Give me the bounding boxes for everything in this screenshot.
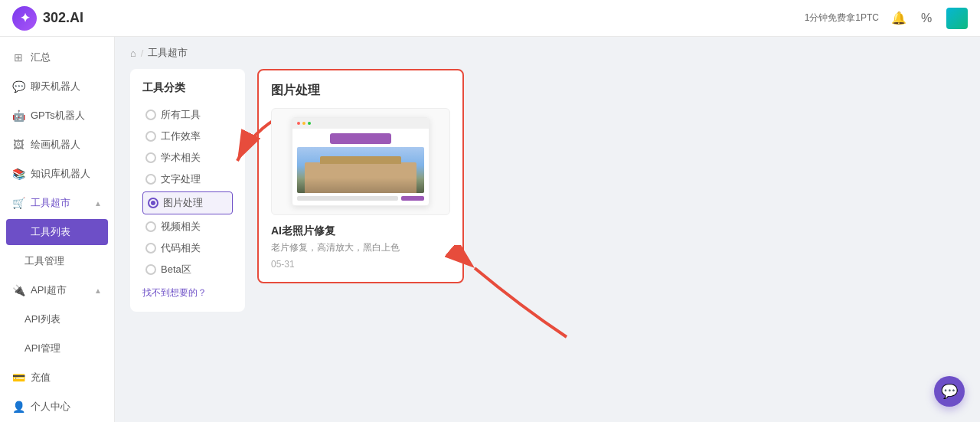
dashboard-icon: ⊞ (12, 51, 24, 64)
chevron-down-icon: ▲ (94, 286, 102, 295)
draw-icon: 🖼 (12, 139, 24, 151)
tool-market-left: 🛒 工具超市 (12, 196, 70, 210)
sidebar-item-api-manage[interactable]: API管理 (0, 334, 114, 363)
user-avatar[interactable] (946, 8, 968, 29)
arrow-to-card (444, 245, 582, 345)
radio-beta (145, 264, 156, 275)
category-item-all[interactable]: 所有工具 (142, 104, 233, 126)
header: ✦ 302.AI 1分钟免费拿1PTC 🔔 % (0, 0, 980, 37)
tool-card-title: 图片处理 (271, 83, 450, 99)
mockup-body (292, 129, 429, 205)
tool-description: 老片修复，高清放大，黑白上色 (271, 241, 450, 254)
chevron-up-icon: ▲ (94, 199, 102, 208)
api-market-submenu: API列表 API管理 (0, 305, 114, 363)
logo: ✦ 302.AI (12, 6, 83, 31)
tool-date: 05-31 (271, 259, 450, 270)
user-icon: 👤 (12, 401, 24, 413)
logo-icon: ✦ (12, 6, 37, 31)
gpts-icon: 🤖 (12, 110, 24, 122)
sidebar-item-tool-manage[interactable]: 工具管理 (0, 247, 114, 276)
category-item-text[interactable]: 文字处理 (142, 168, 233, 190)
main-layout: ⊞ 汇总 💬 聊天机器人 🤖 GPTs机器人 🖼 绘画机器人 📚 知识库机器人 … (0, 37, 980, 422)
mockup-container (292, 117, 430, 206)
tool-market-icon: 🛒 (12, 197, 24, 209)
radio-text (145, 174, 156, 185)
tool-card-image-processing[interactable]: 图片处理 (257, 69, 464, 283)
category-item-video[interactable]: 视频相关 (142, 216, 233, 237)
sidebar-item-knowledge-bot[interactable]: 📚 知识库机器人 (0, 159, 114, 188)
mockup-upload-button (330, 133, 391, 144)
radio-productivity (145, 131, 156, 142)
sidebar-item-api-market[interactable]: 🔌 API超市 ▲ (0, 276, 114, 305)
mockup-dot-green (308, 122, 311, 125)
radio-video (145, 221, 156, 232)
tool-card-preview (271, 108, 450, 215)
mockup-dot-red (297, 122, 300, 125)
category-item-beta[interactable]: Beta区 (142, 259, 233, 280)
chat-fab-button[interactable]: 💬 (934, 376, 965, 407)
notification-icon[interactable]: 🔔 (891, 11, 906, 26)
mockup-building (305, 162, 416, 193)
mockup-bar-2 (401, 196, 424, 201)
radio-all (145, 110, 156, 120)
category-item-productivity[interactable]: 工作效率 (142, 126, 233, 147)
api-market-left: 🔌 API超市 (12, 283, 67, 297)
sidebar-item-user-center[interactable]: 👤 个人中心 (0, 392, 114, 421)
promo-text: 1分钟免费拿1PTC (805, 11, 879, 25)
mockup-dot-yellow (302, 122, 305, 125)
category-item-code[interactable]: 代码相关 (142, 237, 233, 259)
content-area: ⌂ / 工具超市 工具分类 所有工具 工作效率 (115, 37, 980, 422)
tool-name: AI老照片修复 (271, 224, 450, 238)
mockup-top-bar (292, 118, 429, 129)
sidebar-item-api-list[interactable]: API列表 (0, 305, 114, 334)
chat-fab-icon: 💬 (941, 383, 958, 400)
mockup-image-preview (297, 147, 424, 193)
category-title: 工具分类 (142, 81, 233, 95)
sidebar-item-draw-bot[interactable]: 🖼 绘画机器人 (0, 130, 114, 159)
category-item-image[interactable]: 图片处理 (142, 191, 233, 214)
sidebar-item-chat-bot[interactable]: 💬 聊天机器人 (0, 72, 114, 101)
recharge-icon: 💳 (12, 371, 24, 384)
radio-image (148, 198, 158, 208)
api-icon: 🔌 (12, 284, 24, 296)
category-item-academic[interactable]: 学术相关 (142, 147, 233, 168)
mockup-bar-1 (297, 196, 398, 201)
sidebar-item-gpts-bot[interactable]: 🤖 GPTs机器人 (0, 101, 114, 130)
sidebar-item-recharge[interactable]: 💳 充值 (0, 363, 114, 392)
breadcrumb: ⌂ / 工具超市 (115, 37, 980, 69)
settings-icon[interactable]: % (919, 11, 934, 26)
breadcrumb-home-icon[interactable]: ⌂ (130, 47, 136, 59)
tool-area: 工具分类 所有工具 工作效率 学术相关 (115, 69, 980, 327)
tool-market-submenu: 工具列表 工具管理 (0, 219, 114, 276)
breadcrumb-current: 工具超市 (148, 46, 188, 60)
sidebar-item-tool-market[interactable]: 🛒 工具超市 ▲ (0, 188, 114, 218)
sidebar-item-dashboard[interactable]: ⊞ 汇总 (0, 43, 114, 72)
breadcrumb-separator: / (141, 47, 144, 59)
knowledge-icon: 📚 (12, 168, 24, 180)
radio-code (145, 243, 156, 254)
mockup-bottom-row (297, 196, 424, 201)
sidebar-item-tool-list[interactable]: 工具列表 (6, 219, 108, 245)
category-panel: 工具分类 所有工具 工作效率 学术相关 (130, 69, 245, 312)
tool-section: 图片处理 (257, 69, 965, 312)
logo-text: 302.AI (43, 10, 83, 26)
radio-academic (145, 152, 156, 163)
chat-icon: 💬 (12, 80, 24, 93)
header-right: 1分钟免费拿1PTC 🔔 % (805, 8, 968, 29)
sidebar: ⊞ 汇总 💬 聊天机器人 🤖 GPTs机器人 🖼 绘画机器人 📚 知识库机器人 … (0, 37, 115, 422)
find-link[interactable]: 找不到想要的？ (142, 286, 233, 299)
